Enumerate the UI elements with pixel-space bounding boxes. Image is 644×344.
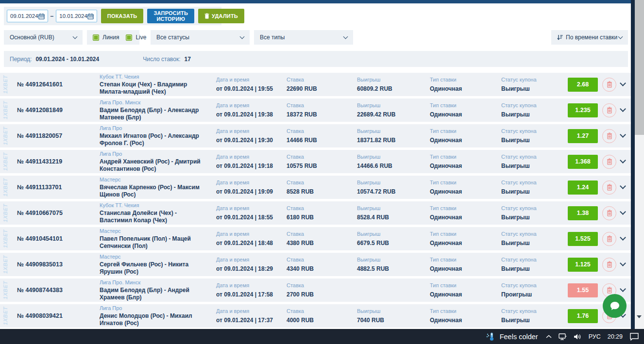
expand-row-chevron[interactable] bbox=[620, 106, 626, 112]
row-actions: 1.235 bbox=[566, 103, 631, 117]
type-cell: Тип ставки Одиночная bbox=[430, 282, 501, 298]
language-indicator[interactable]: РУС bbox=[589, 333, 601, 340]
status-label: Статус купона bbox=[501, 205, 566, 211]
bet-row: 1XBET № 44911133701 Мастерс Вячеслав Кар… bbox=[0, 176, 631, 199]
stake-cell: Ставка 4380 RUB bbox=[287, 231, 357, 246]
coefficient-badge: 2.68 bbox=[568, 78, 598, 92]
type-label: Тип ставки bbox=[430, 205, 501, 211]
show-button[interactable]: ПОКАЗАТЬ bbox=[101, 9, 144, 23]
type-cell: Тип ставки Одиночная bbox=[430, 154, 501, 169]
date-label: Дата и время bbox=[216, 257, 287, 262]
weather-widget[interactable]: Feels colder bbox=[486, 332, 538, 342]
delete-bet-button[interactable] bbox=[602, 155, 616, 169]
live-checkbox-group[interactable]: Live bbox=[126, 34, 146, 41]
stake-value: 8528 RUB bbox=[287, 188, 357, 195]
date-label: Дата и время bbox=[216, 180, 287, 185]
stake-cell: Ставка 22690 RUB bbox=[287, 77, 357, 92]
row-actions: 1.125 bbox=[566, 258, 631, 272]
delete-bet-button[interactable] bbox=[602, 232, 616, 246]
league-name: Лига Про. Минск bbox=[100, 279, 209, 285]
date-from-input[interactable]: 09.01.2024 bbox=[7, 10, 48, 22]
status-label: Статус купона bbox=[501, 77, 566, 82]
date-to-input[interactable]: 10.01.2024 bbox=[56, 10, 97, 22]
type-select[interactable]: Все типы bbox=[254, 30, 353, 45]
type-value: Одиночная bbox=[430, 291, 501, 298]
bet-id: № 44912641601 bbox=[11, 81, 100, 88]
status-cell: Статус купона Выигрыш bbox=[501, 205, 566, 221]
date-cell: Дата и время от 09.01.2024 | 18:48 bbox=[216, 231, 287, 246]
summary-bar: Период: 09.01.2024 - 10.01.2024 Число ст… bbox=[4, 51, 628, 67]
expand-row-chevron[interactable] bbox=[620, 234, 626, 241]
account-select[interactable]: Основной (RUB) bbox=[4, 30, 83, 45]
status-cell: Статус купона Выигрыш bbox=[501, 128, 566, 144]
delete-bet-button[interactable] bbox=[602, 258, 616, 272]
bet-count-label: Число ставок: bbox=[143, 56, 180, 63]
expand-row-chevron[interactable] bbox=[620, 80, 626, 86]
volume-icon[interactable] bbox=[574, 333, 582, 340]
scrollbar-down-arrow-icon[interactable] bbox=[637, 315, 642, 318]
trash-icon bbox=[607, 107, 612, 114]
match-name: Сергей Фильчев (Рос) - Никита Ярушин (Ро… bbox=[100, 261, 209, 276]
type-value: Одиночная bbox=[430, 317, 501, 324]
bet-count-value: 17 bbox=[185, 56, 191, 63]
trash-icon bbox=[607, 158, 612, 165]
scrollbar-track[interactable] bbox=[635, 0, 644, 329]
trash-icon bbox=[607, 287, 612, 294]
sort-select[interactable]: По времени ставки bbox=[551, 30, 628, 45]
stake-value: 14466 RUB bbox=[287, 137, 357, 144]
stake-label: Ставка bbox=[287, 231, 357, 237]
chat-bubble-icon bbox=[609, 300, 621, 312]
delete-bet-button[interactable] bbox=[602, 129, 616, 143]
network-icon[interactable] bbox=[559, 333, 567, 340]
win-value: 8528.4 RUB bbox=[357, 214, 430, 221]
chat-button[interactable] bbox=[603, 294, 627, 318]
expand-row-chevron[interactable] bbox=[620, 286, 626, 292]
stake-value: 4380 RUB bbox=[287, 240, 357, 246]
coefficient-badge: 1.27 bbox=[568, 129, 598, 143]
match-name: Вячеслав Карпенко (Рос) - Максим Щинов (… bbox=[100, 184, 209, 198]
stake-value: 6180 RUB bbox=[287, 214, 357, 221]
delete-bet-button[interactable] bbox=[602, 180, 616, 195]
expand-row-chevron[interactable] bbox=[620, 209, 626, 215]
scrollbar-thumb[interactable] bbox=[635, 0, 644, 135]
match-cell: Кубок ТТ. Чехия Станислав Долейси (Чех) … bbox=[100, 202, 216, 224]
delete-bet-button[interactable] bbox=[602, 103, 616, 117]
line-checkbox-group[interactable]: Линия bbox=[93, 34, 119, 41]
stake-value: 22690 RUB bbox=[287, 85, 357, 92]
status-value: Выигрыш bbox=[501, 137, 566, 144]
win-label: Выигрыш bbox=[357, 231, 430, 237]
stake-label: Ставка bbox=[287, 154, 357, 160]
win-value: 6679.5 RUB bbox=[357, 240, 430, 246]
expand-row-chevron[interactable] bbox=[620, 183, 626, 189]
row-actions: 1.24 bbox=[566, 180, 631, 195]
win-label: Выигрыш bbox=[357, 257, 430, 262]
expand-row-chevron[interactable] bbox=[620, 131, 626, 138]
request-history-button[interactable]: ЗАПРОСИТЬ ИСТОРИЮ bbox=[147, 9, 194, 23]
delete-button[interactable]: УДАЛИТЬ bbox=[198, 9, 244, 23]
clock[interactable]: 20:29 bbox=[608, 333, 623, 340]
tray-expand-chevron-icon[interactable] bbox=[546, 335, 552, 339]
live-checkbox[interactable] bbox=[126, 34, 132, 41]
stake-cell: Ставка 4340 RUB bbox=[287, 257, 357, 272]
delete-bet-button[interactable] bbox=[602, 206, 616, 220]
trash-icon bbox=[607, 81, 612, 88]
win-value: 14466.6 RUB bbox=[357, 163, 430, 169]
stake-value: 4340 RUB bbox=[287, 265, 357, 272]
page-top-bar bbox=[0, 0, 634, 3]
date-value: от 09.01.2024 | 17:37 bbox=[216, 317, 287, 324]
win-cell: Выигрыш 10574.72 RUB bbox=[357, 180, 430, 195]
win-cell: Выигрыш 22689.42 RUB bbox=[357, 102, 430, 118]
line-checkbox[interactable] bbox=[93, 34, 99, 41]
match-name: Степан Коци (Чех) - Владимир Милата-млад… bbox=[100, 81, 209, 96]
win-cell: Выигрыш 4882.5 RUB bbox=[357, 257, 430, 272]
date-cell: Дата и время от 09.01.2024 | 18:55 bbox=[216, 205, 287, 221]
date-to-value: 10.01.2024 bbox=[59, 13, 87, 19]
expand-row-chevron[interactable] bbox=[620, 157, 626, 164]
notification-center-icon[interactable] bbox=[629, 332, 639, 341]
league-name: Мастерс bbox=[100, 228, 209, 234]
delete-bet-button[interactable] bbox=[602, 78, 616, 92]
brand-watermark: 1XBET bbox=[0, 124, 11, 147]
expand-row-chevron[interactable] bbox=[620, 260, 626, 266]
type-label: Тип ставки bbox=[430, 128, 501, 134]
status-select[interactable]: Все статусы bbox=[151, 30, 250, 45]
